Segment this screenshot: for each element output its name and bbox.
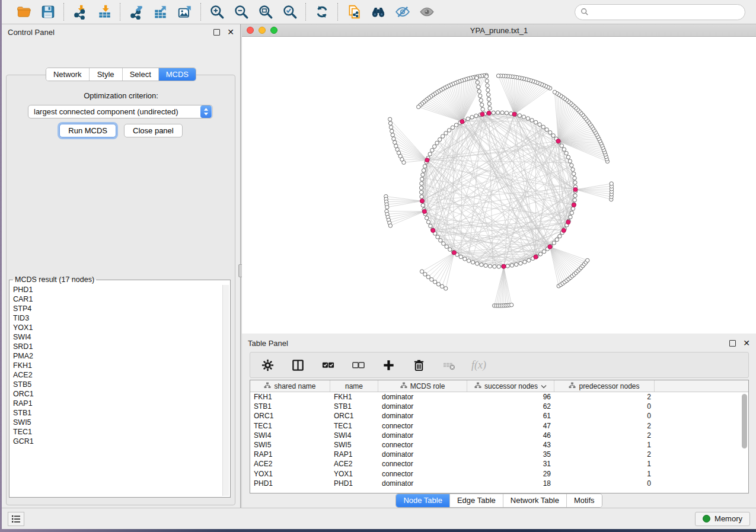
table-row[interactable]: ORC1ORC1dominator610 xyxy=(250,411,748,421)
result-node[interactable]: STB5 xyxy=(13,380,222,389)
table-row[interactable]: FKH1FKH1dominator962 xyxy=(250,392,748,402)
mcds-hub-node[interactable] xyxy=(420,199,424,203)
result-node[interactable]: FKH1 xyxy=(13,361,222,370)
ring-node[interactable] xyxy=(523,260,527,264)
mcds-hub-node[interactable] xyxy=(452,251,456,255)
cell-role[interactable]: connector xyxy=(378,422,467,430)
mcds-hub-node[interactable] xyxy=(431,228,435,232)
cell-name[interactable]: FKH1 xyxy=(330,393,378,401)
cell-predecessors[interactable]: 2 xyxy=(554,431,655,440)
leaf-node[interactable] xyxy=(486,84,489,87)
ring-node[interactable] xyxy=(439,239,442,242)
result-node[interactable]: YOX1 xyxy=(13,323,222,332)
ring-node[interactable] xyxy=(493,265,496,268)
ring-node[interactable] xyxy=(426,220,430,224)
cell-role[interactable]: dominator xyxy=(378,450,467,459)
ring-node[interactable] xyxy=(451,126,454,129)
import-network-icon[interactable] xyxy=(72,4,88,20)
ring-node[interactable] xyxy=(515,262,518,266)
cell-name[interactable]: SWI4 xyxy=(330,431,378,440)
ring-node[interactable] xyxy=(573,198,576,201)
leaf-node[interactable] xyxy=(481,107,484,111)
select-all-checked-icon[interactable] xyxy=(320,357,336,373)
cell-name[interactable]: RAP1 xyxy=(330,450,378,459)
ring-node[interactable] xyxy=(568,159,572,163)
ring-node[interactable] xyxy=(444,132,448,135)
leaf-node[interactable] xyxy=(476,81,479,84)
ring-node[interactable] xyxy=(572,172,576,175)
ring-node[interactable] xyxy=(471,261,474,264)
cell-name[interactable]: ACE2 xyxy=(330,460,378,468)
cell-role[interactable]: connector xyxy=(378,470,467,478)
tab-mcds[interactable]: MCDS xyxy=(159,68,196,81)
table-options-gear-icon[interactable] xyxy=(260,357,276,373)
mcds-hub-node[interactable] xyxy=(487,111,491,115)
tab-select[interactable]: Select xyxy=(123,68,159,81)
mcds-hub-node[interactable] xyxy=(512,112,516,116)
cell-shared-name[interactable]: SWI4 xyxy=(250,431,330,440)
ring-node[interactable] xyxy=(470,116,474,119)
add-column-plus-icon[interactable] xyxy=(381,357,397,373)
ring-node[interactable] xyxy=(566,155,570,159)
ring-node[interactable] xyxy=(526,117,529,120)
ring-node[interactable] xyxy=(429,224,432,227)
mcds-hub-node[interactable] xyxy=(573,187,578,191)
ring-node[interactable] xyxy=(541,125,545,129)
result-node[interactable]: RAP1 xyxy=(13,399,222,408)
leaf-node[interactable] xyxy=(553,90,556,94)
table-row[interactable]: PHD1PHD1dominator180 xyxy=(250,479,748,488)
tab-style[interactable]: Style xyxy=(90,68,123,81)
ring-node[interactable] xyxy=(570,211,573,214)
cell-successors[interactable]: 31 xyxy=(467,460,554,468)
ring-node[interactable] xyxy=(475,262,479,265)
leaf-node[interactable] xyxy=(423,273,427,276)
search-box[interactable] xyxy=(575,4,745,20)
leaf-node[interactable] xyxy=(436,283,440,286)
ring-node[interactable] xyxy=(560,144,563,148)
tab-motifs[interactable]: Motifs xyxy=(567,494,602,507)
cell-predecessors[interactable]: 0 xyxy=(554,479,655,488)
ring-node[interactable] xyxy=(466,117,470,120)
cell-role[interactable]: connector xyxy=(378,460,467,468)
ring-node[interactable] xyxy=(442,242,445,245)
ring-node[interactable] xyxy=(573,194,577,197)
result-node[interactable]: SRD1 xyxy=(13,342,222,351)
leaf-node[interactable] xyxy=(479,98,483,102)
close-panel-icon[interactable]: ✕ xyxy=(227,28,234,36)
leaf-node[interactable] xyxy=(420,270,423,273)
mcds-hub-node[interactable] xyxy=(556,139,560,143)
column-header-mcds-role[interactable]: MCDS role xyxy=(378,380,467,392)
leaf-node[interactable] xyxy=(487,97,490,101)
leaf-node[interactable] xyxy=(444,287,448,290)
cell-predecessors[interactable]: 0 xyxy=(554,402,655,411)
ring-node[interactable] xyxy=(428,152,432,156)
memory-button[interactable]: Memory xyxy=(695,512,750,526)
table-scrollbar[interactable] xyxy=(741,393,747,492)
cell-role[interactable]: dominator xyxy=(378,402,467,411)
cell-predecessors[interactable]: 0 xyxy=(554,412,655,420)
ring-node[interactable] xyxy=(419,190,423,194)
leaf-node[interactable] xyxy=(389,126,393,129)
tab-edge-table[interactable]: Edge Table xyxy=(450,494,503,507)
leaf-node[interactable] xyxy=(440,284,444,288)
ring-node[interactable] xyxy=(500,111,504,114)
ring-node[interactable] xyxy=(459,255,462,258)
result-scrollbar[interactable] xyxy=(222,285,229,496)
ring-node[interactable] xyxy=(420,181,423,185)
leaf-node[interactable] xyxy=(388,121,392,125)
cell-successors[interactable]: 18 xyxy=(467,479,554,488)
cell-successors[interactable]: 96 xyxy=(467,393,554,401)
ring-node[interactable] xyxy=(518,114,521,117)
cell-role[interactable]: dominator xyxy=(378,479,467,488)
ring-node[interactable] xyxy=(530,118,534,122)
result-node[interactable]: SWI5 xyxy=(13,418,222,427)
leaf-node[interactable] xyxy=(426,275,430,278)
export-network-icon[interactable] xyxy=(128,4,144,20)
table-row[interactable]: YOX1YOX1connector291 xyxy=(250,469,748,479)
cell-name[interactable]: ORC1 xyxy=(330,412,378,420)
result-node[interactable]: GCR1 xyxy=(13,437,222,446)
table-row[interactable]: ACE2ACE2connector311 xyxy=(250,459,748,469)
ring-node[interactable] xyxy=(564,151,568,155)
ring-node[interactable] xyxy=(480,263,483,267)
leaf-node[interactable] xyxy=(486,88,490,92)
